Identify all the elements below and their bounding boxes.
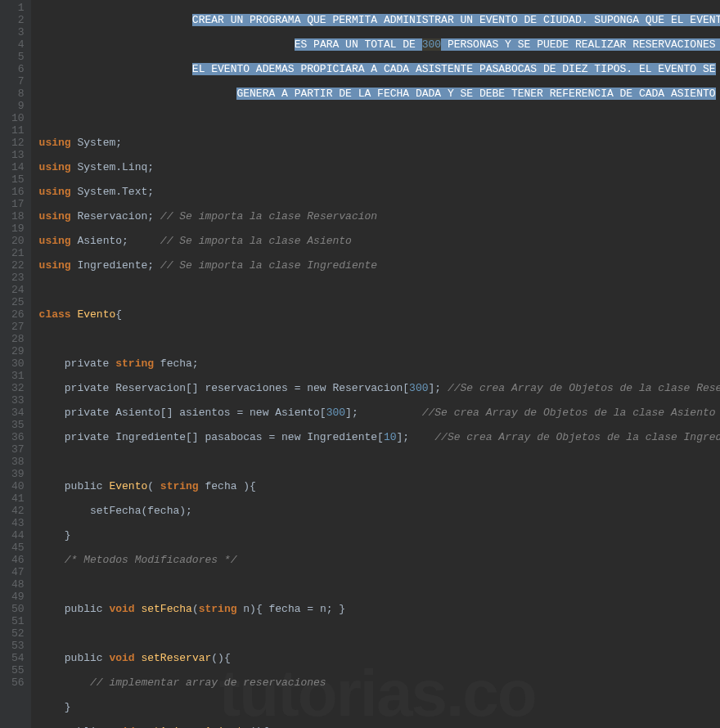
keyword-using: using xyxy=(39,235,71,247)
field-ingred-b: ]; xyxy=(397,431,435,443)
comment-import-reserv: // Se importa la clase Reservacion xyxy=(160,210,377,222)
line-number: 25 xyxy=(11,296,25,308)
line-number: 28 xyxy=(11,333,25,345)
line-number: 15 xyxy=(11,173,25,186)
field-fecha: fecha; xyxy=(154,357,199,370)
ns-ingrediente: Ingrediente; xyxy=(71,259,160,272)
line-number: 38 xyxy=(11,456,25,468)
type-string: string xyxy=(160,480,199,492)
field-ingred-a: private Ingrediente[] pasabocas = new In… xyxy=(39,431,384,443)
line-number: 21 xyxy=(11,247,25,259)
line-number: 9 xyxy=(11,100,25,112)
line-number: 7 xyxy=(11,75,25,88)
line-number: 35 xyxy=(11,419,25,431)
line-number: 39 xyxy=(11,468,25,480)
setfecha-sig-a: ( xyxy=(192,603,199,615)
field-reserv-a: private Reservacion[] reservaciones = ne… xyxy=(39,382,409,394)
keyword-class: class xyxy=(39,308,78,321)
line-number: 20 xyxy=(11,235,25,247)
line-number: 29 xyxy=(11,345,25,357)
comment-header-3: EL EVENTO ADEMAS PROPICIARA A CADA ASIST… xyxy=(192,63,716,75)
line-number: 44 xyxy=(11,529,25,542)
ns-text: System.Text; xyxy=(71,186,154,198)
brace-open: { xyxy=(115,308,122,321)
line-number: 40 xyxy=(11,480,25,492)
type-string: string xyxy=(115,357,154,370)
keyword-using: using xyxy=(39,186,71,198)
line-number: 48 xyxy=(11,578,25,591)
kw-private: private xyxy=(39,357,116,370)
line-number: 33 xyxy=(11,394,25,407)
ns-reservacion: Reservacion; xyxy=(71,210,160,222)
line-number: 55 xyxy=(11,664,25,676)
line-number: 50 xyxy=(11,603,25,615)
code-editor[interactable]: 1234567891011121314151617181920212223242… xyxy=(0,0,720,728)
line-number: 45 xyxy=(11,542,25,554)
comment-import-ingred: // Se importa la clase Ingrediente xyxy=(160,259,377,272)
line-number: 10 xyxy=(11,112,25,124)
comment-arr-ingred: //Se crea Array de Objetos de la clase I… xyxy=(434,431,720,443)
line-number: 27 xyxy=(11,321,25,333)
line-number: 41 xyxy=(11,492,25,505)
line-number: 6 xyxy=(11,63,25,75)
line-number: 5 xyxy=(11,51,25,63)
ctor-evento: Evento xyxy=(109,480,147,492)
line-number: 19 xyxy=(11,222,25,235)
line-number: 43 xyxy=(11,517,25,529)
line-number: 26 xyxy=(11,308,25,321)
line-number: 14 xyxy=(11,161,25,173)
method-setfecha: setFecha xyxy=(141,603,191,615)
brace-close: } xyxy=(39,529,71,542)
line-number: 13 xyxy=(11,149,25,161)
keyword-using: using xyxy=(39,137,71,149)
line-number: 42 xyxy=(11,505,25,517)
line-number-gutter: 1234567891011121314151617181920212223242… xyxy=(0,0,31,728)
code-area[interactable]: CREAR UN PROGRAMA QUE PERMITA ADMINISTRA… xyxy=(31,0,720,728)
line-number: 16 xyxy=(11,186,25,198)
ctor-sig-b: fecha ){ xyxy=(199,480,256,492)
watermark: tutorias.co xyxy=(219,687,536,699)
line-number: 46 xyxy=(11,554,25,566)
line-number: 51 xyxy=(11,615,25,627)
keyword-using: using xyxy=(39,210,71,222)
line-number: 2 xyxy=(11,14,25,26)
line-number: 17 xyxy=(11,198,25,210)
line-number: 4 xyxy=(11,38,25,51)
field-asiento-a: private Asiento[] asientos = new Asiento… xyxy=(39,407,326,419)
ctor-sig-a: ( xyxy=(147,480,160,492)
num-300: 300 xyxy=(326,407,345,419)
line-number: 12 xyxy=(11,137,25,149)
method-setreservar: setReservar xyxy=(141,652,211,664)
line-number: 32 xyxy=(11,382,25,394)
num-10: 10 xyxy=(384,431,397,443)
field-reserv-b: ]; xyxy=(429,382,448,394)
ns-system: System; xyxy=(71,137,122,149)
keyword-using: using xyxy=(39,161,71,173)
line-number: 11 xyxy=(11,124,25,137)
comment-header-4: GENERA A PARTIR DE LA FECHA DADA Y SE DE… xyxy=(236,88,715,100)
line-number: 49 xyxy=(11,591,25,603)
line-number: 30 xyxy=(11,357,25,370)
line-number: 24 xyxy=(11,284,25,296)
line-number: 54 xyxy=(11,652,25,664)
line-number: 1 xyxy=(11,2,25,14)
line-number: 31 xyxy=(11,370,25,382)
line-number: 3 xyxy=(11,26,25,38)
line-number: 36 xyxy=(11,431,25,443)
line-number: 56 xyxy=(11,676,25,689)
keyword-using: using xyxy=(39,259,71,272)
class-evento: Evento xyxy=(77,308,115,321)
line-number: 47 xyxy=(11,566,25,578)
line-number: 18 xyxy=(11,210,25,222)
comment-header-1: CREAR UN PROGRAMA QUE PERMITA ADMINISTRA… xyxy=(192,14,720,26)
field-asiento-b: ]; xyxy=(345,407,422,419)
kw-public: public xyxy=(39,603,110,615)
brace-close: } xyxy=(39,701,71,713)
comment-header-num: 300 xyxy=(422,38,441,51)
ns-asiento: Asiento; xyxy=(71,235,160,247)
comment-mod: /* Metodos Modificadores */ xyxy=(39,554,237,566)
line-number: 23 xyxy=(11,272,25,284)
comment-arr-reserv: //Se crea Array de Objetos de la clase R… xyxy=(448,382,720,394)
line-number: 52 xyxy=(11,627,25,640)
num-300: 300 xyxy=(409,382,428,394)
